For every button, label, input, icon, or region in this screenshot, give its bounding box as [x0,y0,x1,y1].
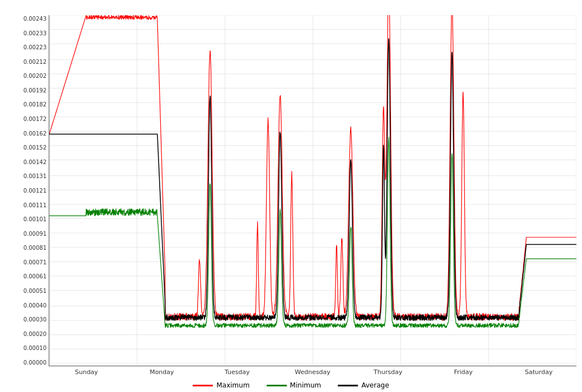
plot-and-x: SundayMondayTuesdayWednesdayThursdayFrid… [49,15,576,376]
x-tick: Saturday [501,368,576,376]
legend-label: Minimum [290,381,322,389]
x-tick: Wednesday [275,368,351,376]
legend-item: Average [338,381,389,389]
y-tick: 0.00000 [24,360,46,366]
legend: MaximumMinimumAverage [193,381,389,389]
legend-item: Minimum [267,381,322,389]
y-axis-label [6,15,16,376]
y-tick: 0.00081 [24,245,46,251]
y-tick: 0.00020 [24,332,46,337]
y-tick: 0.00243 [24,16,46,22]
y-tick: 0.00142 [24,160,46,165]
y-tick: 0.00030 [24,317,46,323]
legend-item: Maximum [193,381,249,389]
x-tick: Monday [124,368,200,376]
y-tick: 0.00101 [24,217,46,222]
x-tick: Sunday [49,368,124,376]
y-tick: 0.00051 [24,288,46,294]
y-tick: 0.00212 [24,59,46,65]
x-axis: SundayMondayTuesdayWednesdayThursdayFrid… [49,366,576,376]
x-tick: Tuesday [199,368,275,376]
x-tick: Friday [426,368,501,376]
y-tick: 0.00172 [24,116,46,122]
y-tick: 0.00162 [24,131,46,137]
y-tick: 0.00091 [24,231,46,237]
y-tick: 0.00131 [24,174,46,179]
y-tick: 0.00152 [24,145,46,151]
y-axis: 0.002430.002330.002230.002120.002020.001… [16,15,49,376]
legend-line-icon [267,385,287,386]
y-tick: 0.00040 [24,303,46,309]
y-tick: 0.00071 [24,260,46,265]
legend-line-icon [338,385,358,386]
legend-label: Average [361,381,389,389]
y-tick: 0.00010 [24,346,46,351]
y-tick: 0.00202 [24,73,46,79]
y-tick: 0.00223 [24,45,46,50]
y-tick: 0.00111 [24,203,46,208]
y-tick: 0.00192 [24,88,46,94]
x-tick: Thursday [350,368,426,376]
legend-line-icon [193,385,213,386]
chart-container: 0.002430.002330.002230.002120.002020.001… [0,0,582,392]
plot-box [49,15,576,366]
legend-label: Maximum [216,381,249,389]
y-tick: 0.00233 [24,31,46,36]
y-tick: 0.00061 [24,274,46,279]
chart-svg [49,15,576,363]
y-tick: 0.00121 [24,188,46,194]
chart-area: 0.002430.002330.002230.002120.002020.001… [6,15,576,376]
y-tick: 0.00182 [24,102,46,108]
